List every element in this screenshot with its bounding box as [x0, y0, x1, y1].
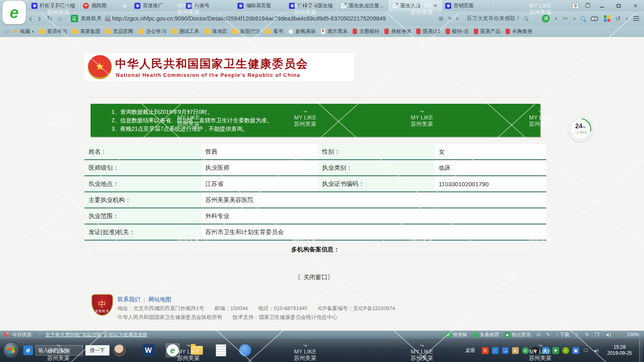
games-icon[interactable]	[590, 16, 599, 21]
history-icon[interactable]: ↻	[585, 332, 589, 337]
bookmark-folder[interactable]: 美莱集团	[72, 28, 100, 35]
tab-marketing-page[interactable]: 营销页面	[442, 0, 493, 11]
mute-speaker-icon[interactable]: ◄)	[605, 332, 611, 337]
window-split-icon[interactable]: ❐	[595, 332, 599, 337]
forward-icon[interactable]: ›	[38, 14, 41, 23]
sogou-tray-icon[interactable]: S	[482, 347, 489, 354]
apps-grid-icon[interactable]	[604, 15, 610, 22]
files-tray-icon[interactable]: 🗎	[512, 347, 519, 354]
bookmarks-expander-icon[interactable]: ▷	[6, 29, 9, 34]
desktop-label[interactable]: 桌面	[465, 347, 475, 354]
bookmark-folder[interactable]: 落地页	[204, 28, 227, 35]
search-icon[interactable]	[524, 16, 528, 21]
app-word[interactable]: W	[142, 343, 155, 357]
network-tray-icon[interactable]: 🖵	[582, 347, 589, 354]
tab-merchant[interactable]: 商家号	[183, 0, 234, 11]
flag-icon[interactable]: ⚐	[575, 332, 580, 337]
tab-baidu-promo[interactable]: 百度推广	[131, 0, 183, 11]
close-window-link[interactable]: 〖关闭窗口〗	[85, 274, 546, 281]
zoom-icon[interactable]	[617, 333, 621, 337]
chevron-down-icon[interactable]: ▾	[456, 16, 458, 21]
download-speed-widget[interactable]: 24% ↑ 2.4K/s	[568, 117, 592, 141]
quick-search-box[interactable]: 百万大奖等你来领取！	[466, 15, 537, 22]
taskbar-search-input[interactable]: 输入你想搜的(	[35, 345, 83, 356]
app-file-explorer[interactable]	[190, 343, 204, 357]
volume-tray-icon[interactable]: ◄)	[592, 347, 599, 354]
url-text[interactable]: http://zgcx.nhfpc.gov.cn:9090/Doctor/Det…	[112, 15, 386, 22]
app-browser-active[interactable]: e	[166, 343, 180, 357]
theme-icon[interactable]	[585, 4, 590, 8]
bookmark-folder[interactable]: 竞品官网	[105, 28, 133, 35]
tab-doctor-registry-active[interactable]: 医生执业注册信... ✕	[389, 0, 442, 11]
bookmark-link[interactable]: 南方周末	[321, 28, 347, 35]
bookmark-link[interactable]: 医美产品	[474, 28, 500, 35]
chevron-down-icon[interactable]: ▾	[574, 16, 576, 21]
pin-icon[interactable]: ✎	[546, 332, 550, 337]
browser-search-icon[interactable]: e	[23, 346, 33, 355]
app-photos[interactable]	[238, 343, 252, 357]
menu-icon[interactable]	[633, 16, 639, 21]
show-desktop-button[interactable]	[639, 339, 642, 362]
news-headline-link[interactable]: 女子每天哭50粒"水晶泪珠" 起初以为玻璃渣迷眼	[45, 331, 147, 338]
chevron-down-icon[interactable]: ▾	[626, 16, 628, 21]
doc-tray-icon[interactable]: K	[542, 347, 549, 354]
tab-lemon-doctor-2[interactable]: 柠檬爱美医生端	[286, 0, 337, 11]
tab-lemon-doctor[interactable]: 柠檬爱美医生端	[28, 0, 80, 11]
bookmark-link[interactable]: 模特-活	[446, 28, 469, 35]
home-icon[interactable]: ⌂	[58, 14, 62, 23]
zoom-search-icon[interactable]	[581, 16, 585, 21]
chevron-down-icon[interactable]: ▾	[35, 333, 37, 337]
tab-weather[interactable]: ☂ 偶阵雨	[80, 0, 131, 11]
address-bar[interactable]: 证 党政机关 http://zgcx.nhfpc.gov.cn:9090/Doc…	[71, 15, 439, 22]
tab-doctor-registry-1[interactable]: 医生执业注册...	[337, 0, 389, 11]
qq-tray-icon[interactable]: 🐧	[532, 347, 539, 354]
bookmark-link[interactable]: 主图模特	[353, 28, 379, 35]
start-button[interactable]	[3, 342, 20, 359]
bookmark-folder[interactable]: 英语学习	[39, 28, 67, 35]
refresh-icon[interactable]: ↻	[47, 14, 52, 23]
lightning-icon[interactable]: ϟ	[448, 15, 451, 22]
cart-tray-icon[interactable]: 🛒	[492, 347, 499, 354]
bookmark-link[interactable]: 医美(13	[416, 28, 440, 35]
browser-logo[interactable]: e	[2, 1, 26, 24]
downloads-button[interactable]: ↓下载	[556, 331, 570, 338]
contact-us-link[interactable]: 联系我们	[118, 296, 140, 303]
screenshot-scissors-icon[interactable]: ✂	[562, 14, 568, 23]
today-picks-label[interactable]: 今日优选	[12, 331, 31, 338]
bookmark-folder[interactable]: 看书	[265, 28, 283, 35]
search-go-button[interactable]: 搜一下	[85, 345, 109, 356]
sitemap-link[interactable]: 网站地图	[149, 296, 171, 303]
zoom-level[interactable]: 100%	[627, 332, 639, 337]
translate-icon[interactable]: 译	[542, 14, 550, 23]
user-avatar[interactable]	[114, 344, 126, 356]
close-button[interactable]: ✕	[630, 3, 641, 9]
favorites-button[interactable]: ★ 收藏 ▾	[13, 28, 33, 35]
app-notepad[interactable]	[214, 343, 228, 357]
gov-badge-icon[interactable]: 中 党政机关	[91, 294, 113, 316]
bookmark-folder[interactable]: 测试工具	[171, 28, 199, 35]
eye-protect-icon[interactable]: ⊙	[537, 332, 541, 337]
site-cert-badge[interactable]: 证	[71, 15, 78, 22]
taskbar-clock[interactable]: 15:28 2019-09-25	[607, 344, 632, 356]
minimize-button[interactable]	[597, 3, 607, 9]
bookmark-folder[interactable]: 新医疗注	[232, 28, 260, 35]
plus-tray-icon[interactable]: +	[562, 347, 569, 354]
bookmark-link[interactable]: 身材身体	[384, 28, 411, 35]
green-e-tray-icon[interactable]: e	[522, 347, 529, 354]
back-icon[interactable]: ‹	[29, 14, 32, 23]
shield-tray-icon[interactable]: ✚	[552, 347, 559, 354]
undo-icon[interactable]: ↺	[615, 15, 621, 23]
bookmark-link[interactable]: 新氧美容	[288, 28, 316, 35]
books-tray-icon[interactable]: ❏	[502, 347, 509, 354]
toutiao-button[interactable]: 头条推荐	[473, 331, 499, 338]
tab-editor[interactable]: 编辑器页面	[234, 0, 286, 11]
maximize-button[interactable]	[613, 3, 624, 9]
hot-news-button[interactable]: ▦热点资讯	[505, 331, 531, 338]
bookmark-link[interactable]: 丰胸瘦身	[506, 28, 532, 35]
image-tray-icon[interactable]: ▣	[572, 347, 579, 354]
qr-code-icon[interactable]: ⊞	[439, 15, 444, 22]
chevron-down-icon[interactable]: ▾	[555, 16, 557, 21]
tab-close-icon[interactable]: ✕	[433, 3, 438, 8]
tab-counter[interactable]: 9	[572, 3, 579, 9]
quick-clip-button[interactable]: ▶快剪辑	[446, 331, 467, 338]
